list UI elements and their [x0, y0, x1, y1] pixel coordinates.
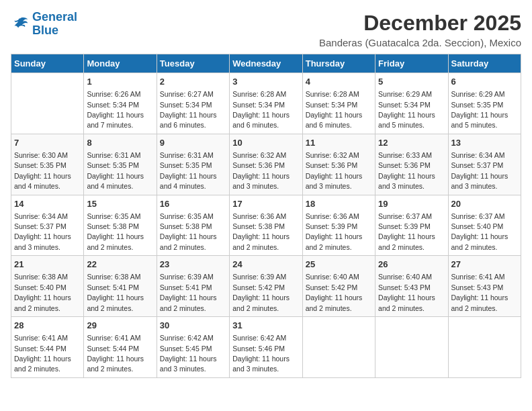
calendar-week-row: 1 Sunrise: 6:26 AMSunset: 5:34 PMDayligh… — [11, 73, 521, 134]
day-info: Sunrise: 6:38 AMSunset: 5:40 PMDaylight:… — [14, 273, 71, 312]
day-number: 18 — [306, 198, 372, 210]
day-number: 19 — [378, 198, 445, 210]
day-number: 2 — [160, 76, 226, 88]
day-info: Sunrise: 6:34 AMSunset: 5:37 PMDaylight:… — [451, 151, 508, 190]
day-info: Sunrise: 6:40 AMSunset: 5:42 PMDaylight:… — [306, 273, 363, 312]
calendar-week-row: 14 Sunrise: 6:34 AMSunset: 5:37 PMDaylig… — [11, 195, 521, 256]
calendar-cell: 27 Sunrise: 6:41 AMSunset: 5:43 PMDaylig… — [448, 256, 521, 317]
calendar-cell: 7 Sunrise: 6:30 AMSunset: 5:35 PMDayligh… — [11, 134, 84, 195]
calendar-cell: 28 Sunrise: 6:41 AMSunset: 5:44 PMDaylig… — [11, 317, 84, 378]
day-number: 24 — [232, 259, 299, 271]
calendar-cell: 4 Sunrise: 6:28 AMSunset: 5:34 PMDayligh… — [302, 73, 375, 134]
day-info: Sunrise: 6:36 AMSunset: 5:38 PMDaylight:… — [232, 212, 290, 251]
day-number: 14 — [14, 198, 81, 210]
calendar-cell: 25 Sunrise: 6:40 AMSunset: 5:42 PMDaylig… — [302, 256, 375, 317]
calendar-cell: 10 Sunrise: 6:32 AMSunset: 5:36 PMDaylig… — [230, 134, 302, 195]
day-number: 20 — [451, 198, 518, 210]
day-header: Monday — [84, 54, 157, 73]
day-info: Sunrise: 6:42 AMSunset: 5:45 PMDaylight:… — [160, 334, 217, 373]
calendar-week-row: 7 Sunrise: 6:30 AMSunset: 5:35 PMDayligh… — [11, 134, 521, 195]
month-title: December 2025 — [319, 11, 521, 36]
day-info: Sunrise: 6:31 AMSunset: 5:35 PMDaylight:… — [87, 151, 144, 190]
calendar-cell — [375, 317, 448, 378]
calendar-cell: 13 Sunrise: 6:34 AMSunset: 5:37 PMDaylig… — [448, 134, 521, 195]
day-info: Sunrise: 6:34 AMSunset: 5:37 PMDaylight:… — [14, 212, 71, 251]
calendar-cell — [448, 317, 521, 378]
day-info: Sunrise: 6:42 AMSunset: 5:46 PMDaylight:… — [232, 334, 290, 373]
calendar-cell: 18 Sunrise: 6:36 AMSunset: 5:39 PMDaylig… — [302, 195, 375, 256]
day-info: Sunrise: 6:28 AMSunset: 5:34 PMDaylight:… — [306, 90, 363, 129]
day-number: 25 — [306, 259, 372, 271]
day-number: 28 — [14, 320, 81, 332]
day-header: Tuesday — [157, 54, 229, 73]
day-header: Thursday — [302, 54, 375, 73]
day-info: Sunrise: 6:35 AMSunset: 5:38 PMDaylight:… — [87, 212, 144, 251]
page-header: General Blue December 2025 Banderas (Gua… — [11, 11, 521, 48]
day-info: Sunrise: 6:39 AMSunset: 5:42 PMDaylight:… — [232, 273, 290, 312]
day-info: Sunrise: 6:28 AMSunset: 5:34 PMDaylight:… — [232, 90, 290, 129]
calendar-cell: 15 Sunrise: 6:35 AMSunset: 5:38 PMDaylig… — [84, 195, 157, 256]
calendar-table: SundayMondayTuesdayWednesdayThursdayFrid… — [11, 54, 521, 378]
day-number: 5 — [378, 76, 445, 88]
day-number: 29 — [87, 320, 153, 332]
calendar-cell: 8 Sunrise: 6:31 AMSunset: 5:35 PMDayligh… — [84, 134, 157, 195]
day-header: Wednesday — [230, 54, 302, 73]
day-info: Sunrise: 6:39 AMSunset: 5:41 PMDaylight:… — [160, 273, 217, 312]
header-row: SundayMondayTuesdayWednesdayThursdayFrid… — [11, 54, 521, 73]
day-info: Sunrise: 6:32 AMSunset: 5:36 PMDaylight:… — [232, 151, 290, 190]
day-header: Sunday — [11, 54, 84, 73]
calendar-cell: 12 Sunrise: 6:33 AMSunset: 5:36 PMDaylig… — [375, 134, 448, 195]
calendar-cell: 1 Sunrise: 6:26 AMSunset: 5:34 PMDayligh… — [84, 73, 157, 134]
day-info: Sunrise: 6:40 AMSunset: 5:43 PMDaylight:… — [378, 273, 435, 312]
calendar-cell: 22 Sunrise: 6:38 AMSunset: 5:41 PMDaylig… — [84, 256, 157, 317]
title-section: December 2025 Banderas (Guatacalca 2da. … — [319, 11, 521, 48]
logo-text: General Blue — [32, 11, 77, 38]
day-info: Sunrise: 6:29 AMSunset: 5:35 PMDaylight:… — [451, 90, 508, 129]
day-number: 4 — [306, 76, 372, 88]
calendar-cell: 6 Sunrise: 6:29 AMSunset: 5:35 PMDayligh… — [448, 73, 521, 134]
calendar-week-row: 21 Sunrise: 6:38 AMSunset: 5:40 PMDaylig… — [11, 256, 521, 317]
calendar-cell: 19 Sunrise: 6:37 AMSunset: 5:39 PMDaylig… — [375, 195, 448, 256]
calendar-cell — [302, 317, 375, 378]
day-number: 1 — [87, 76, 153, 88]
calendar-cell: 24 Sunrise: 6:39 AMSunset: 5:42 PMDaylig… — [230, 256, 302, 317]
day-number: 31 — [232, 320, 299, 332]
calendar-cell: 17 Sunrise: 6:36 AMSunset: 5:38 PMDaylig… — [230, 195, 302, 256]
day-header: Saturday — [448, 54, 521, 73]
calendar-cell: 14 Sunrise: 6:34 AMSunset: 5:37 PMDaylig… — [11, 195, 84, 256]
day-number: 27 — [451, 259, 518, 271]
calendar-week-row: 28 Sunrise: 6:41 AMSunset: 5:44 PMDaylig… — [11, 317, 521, 378]
calendar-cell: 31 Sunrise: 6:42 AMSunset: 5:46 PMDaylig… — [230, 317, 302, 378]
day-info: Sunrise: 6:31 AMSunset: 5:35 PMDaylight:… — [160, 151, 217, 190]
day-number: 22 — [87, 259, 153, 271]
day-info: Sunrise: 6:35 AMSunset: 5:38 PMDaylight:… — [160, 212, 217, 251]
day-number: 10 — [232, 137, 299, 149]
calendar-cell: 29 Sunrise: 6:41 AMSunset: 5:44 PMDaylig… — [84, 317, 157, 378]
calendar-cell — [11, 73, 84, 134]
day-info: Sunrise: 6:27 AMSunset: 5:34 PMDaylight:… — [160, 90, 217, 129]
logo: General Blue — [11, 11, 77, 38]
day-info: Sunrise: 6:41 AMSunset: 5:43 PMDaylight:… — [451, 273, 508, 312]
calendar-cell: 11 Sunrise: 6:32 AMSunset: 5:36 PMDaylig… — [302, 134, 375, 195]
day-number: 13 — [451, 137, 518, 149]
day-info: Sunrise: 6:29 AMSunset: 5:34 PMDaylight:… — [378, 90, 435, 129]
day-info: Sunrise: 6:36 AMSunset: 5:39 PMDaylight:… — [306, 212, 363, 251]
day-number: 21 — [14, 259, 81, 271]
day-number: 12 — [378, 137, 445, 149]
calendar-cell: 21 Sunrise: 6:38 AMSunset: 5:40 PMDaylig… — [11, 256, 84, 317]
calendar-cell: 30 Sunrise: 6:42 AMSunset: 5:45 PMDaylig… — [157, 317, 229, 378]
calendar-cell: 23 Sunrise: 6:39 AMSunset: 5:41 PMDaylig… — [157, 256, 229, 317]
day-number: 8 — [87, 137, 153, 149]
day-number: 9 — [160, 137, 226, 149]
calendar-cell: 9 Sunrise: 6:31 AMSunset: 5:35 PMDayligh… — [157, 134, 229, 195]
day-number: 11 — [306, 137, 372, 149]
day-info: Sunrise: 6:37 AMSunset: 5:40 PMDaylight:… — [451, 212, 508, 251]
day-number: 6 — [451, 76, 518, 88]
day-number: 3 — [232, 76, 299, 88]
location-title: Banderas (Guatacalca 2da. Seccion), Mexi… — [319, 37, 521, 48]
calendar-cell: 5 Sunrise: 6:29 AMSunset: 5:34 PMDayligh… — [375, 73, 448, 134]
calendar-cell: 2 Sunrise: 6:27 AMSunset: 5:34 PMDayligh… — [157, 73, 229, 134]
day-header: Friday — [375, 54, 448, 73]
day-info: Sunrise: 6:32 AMSunset: 5:36 PMDaylight:… — [306, 151, 363, 190]
calendar-cell: 20 Sunrise: 6:37 AMSunset: 5:40 PMDaylig… — [448, 195, 521, 256]
